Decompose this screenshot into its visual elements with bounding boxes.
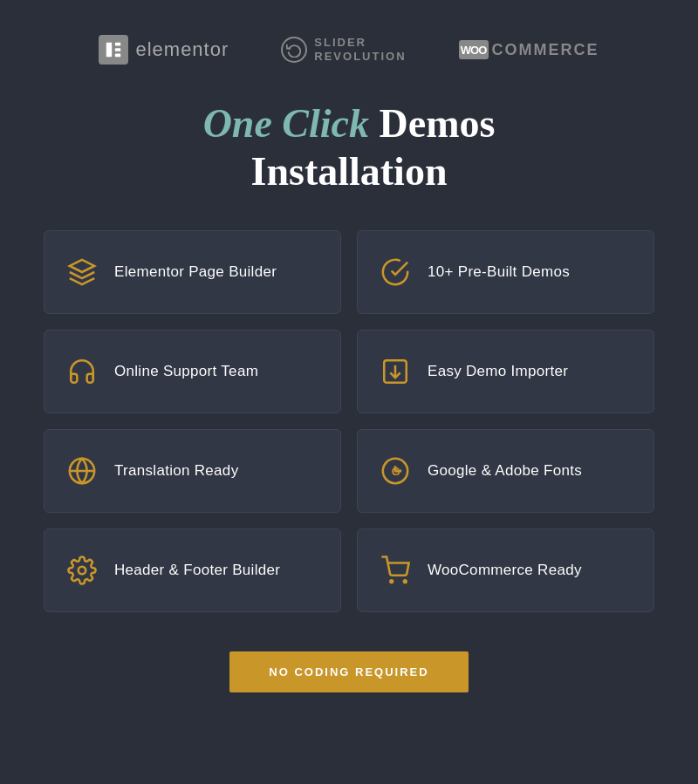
woo-icon-text: WOO [461, 44, 487, 57]
features-grid: Elementor Page Builder 10+ Pre-Built Dem… [44, 230, 654, 612]
feature-label-online-support: Online Support Team [114, 363, 258, 380]
woo-text: COMMERCE [492, 41, 599, 59]
svg-rect-1 [115, 43, 120, 46]
cart-icon [379, 554, 412, 587]
svg-point-11 [79, 567, 86, 575]
woo-icon: WOO [459, 40, 489, 59]
feature-card-pre-built-demos: 10+ Pre-Built Demos [357, 230, 654, 314]
heading-line2: Installation [203, 147, 496, 195]
globe-icon [65, 454, 99, 487]
layers-icon [65, 256, 99, 289]
svg-point-13 [404, 581, 407, 583]
settings-icon [65, 554, 99, 587]
elementor-text: elementor [135, 38, 229, 61]
slider-bottom: REVOLUTION [314, 50, 406, 64]
slider-top: SLIDER [314, 36, 366, 50]
feature-label-translation-ready: Translation Ready [114, 462, 238, 480]
svg-point-12 [390, 581, 393, 583]
check-circle-icon [379, 256, 412, 289]
feature-card-elementor-page-builder: Elementor Page Builder [44, 230, 341, 314]
logos-row: elementor SLIDER REVOLUTION WOO COMMERCE [44, 35, 654, 65]
slider-text: SLIDER REVOLUTION [314, 36, 406, 63]
svg-rect-0 [106, 43, 112, 58]
main-container: elementor SLIDER REVOLUTION WOO COMMERCE [0, 0, 698, 784]
heading-white-part: Demos [380, 101, 496, 146]
feature-card-woocommerce-ready: WooCommerce Ready [357, 528, 654, 612]
svg-marker-4 [70, 260, 94, 272]
g-circle-icon: G [379, 454, 412, 487]
headphones-icon [65, 355, 99, 388]
feature-card-online-support: Online Support Team [44, 330, 341, 413]
feature-label-header-footer-builder: Header & Footer Builder [114, 562, 280, 579]
heading-colored: One Click [203, 101, 369, 146]
download-icon [379, 355, 412, 388]
feature-label-elementor-page-builder: Elementor Page Builder [114, 263, 277, 281]
feature-label-easy-demo-importer: Easy Demo Importer [428, 363, 568, 380]
feature-card-header-footer-builder: Header & Footer Builder [44, 528, 341, 612]
no-coding-required-button[interactable]: NO CODING REQUIRED [229, 651, 468, 692]
svg-rect-3 [115, 54, 120, 58]
feature-card-google-adobe-fonts: G Google & Adobe Fonts [357, 429, 654, 513]
feature-label-google-adobe-fonts: Google & Adobe Fonts [428, 462, 582, 480]
feature-card-easy-demo-importer: Easy Demo Importer [357, 330, 654, 413]
heading-line1: One Click Demos [203, 99, 496, 147]
feature-label-pre-built-demos: 10+ Pre-Built Demos [428, 263, 570, 281]
svg-rect-2 [115, 48, 120, 51]
elementor-icon [99, 35, 128, 65]
feature-card-translation-ready: Translation Ready [44, 429, 341, 513]
elementor-logo: elementor [99, 35, 229, 65]
slider-icon [281, 37, 307, 63]
slider-revolution-logo: SLIDER REVOLUTION [281, 36, 406, 63]
heading-section: One Click Demos Installation [203, 99, 496, 195]
woocommerce-logo: WOO COMMERCE [459, 40, 599, 59]
svg-text:G: G [392, 465, 400, 478]
feature-label-woocommerce-ready: WooCommerce Ready [428, 562, 582, 579]
